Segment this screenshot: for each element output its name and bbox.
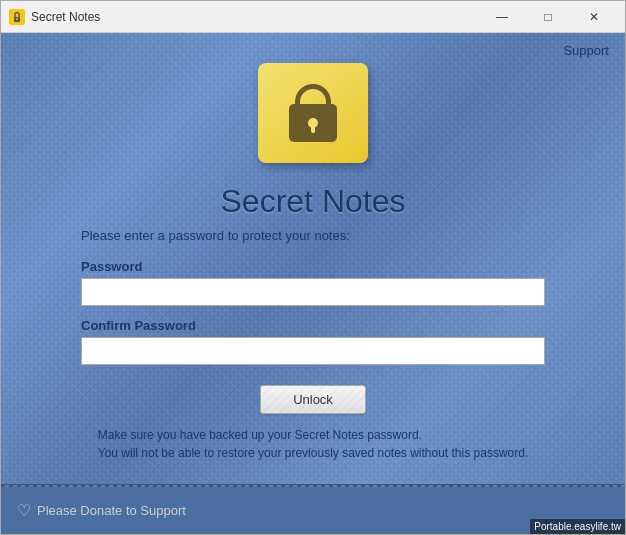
bottom-bar: ♡ Please Donate to Support Portable.easy… xyxy=(1,484,625,534)
svg-point-2 xyxy=(16,18,18,20)
title-bar: Secret Notes — □ ✕ xyxy=(1,1,625,33)
minimize-button[interactable]: — xyxy=(479,1,525,33)
main-content: Support Secret Notes Please enter a pass… xyxy=(1,33,625,484)
confirm-password-label: Confirm Password xyxy=(81,318,545,333)
maximize-button[interactable]: □ xyxy=(525,1,571,33)
unlock-button[interactable]: Unlock xyxy=(260,385,366,414)
password-label: Password xyxy=(81,259,545,274)
lock-body xyxy=(289,104,337,142)
lock-icon xyxy=(289,84,337,142)
support-link[interactable]: Support xyxy=(563,43,609,58)
warning-line1: Make sure you have backed up your Secret… xyxy=(98,428,422,442)
main-window: Secret Notes — □ ✕ Support Secret Notes … xyxy=(0,0,626,535)
window-controls: — □ ✕ xyxy=(479,1,617,33)
watermark: Portable.easylife.tw xyxy=(530,519,625,534)
password-input[interactable] xyxy=(81,278,545,306)
confirm-password-input[interactable] xyxy=(81,337,545,365)
warning-text: Make sure you have backed up your Secret… xyxy=(18,426,608,462)
window-title: Secret Notes xyxy=(31,10,479,24)
close-button[interactable]: ✕ xyxy=(571,1,617,33)
warning-line2: You will not be able to restore your pre… xyxy=(98,446,528,460)
app-title: Secret Notes xyxy=(221,183,406,220)
lock-icon-container xyxy=(258,63,368,163)
app-subtitle: Please enter a password to protect your … xyxy=(81,228,350,243)
heart-icon: ♡ xyxy=(17,501,31,520)
lock-shackle xyxy=(295,84,331,106)
donate-text: Please Donate to Support xyxy=(37,503,186,518)
lock-keyhole xyxy=(308,118,318,128)
form-area: Password Confirm Password xyxy=(1,259,625,377)
app-icon xyxy=(9,9,25,25)
